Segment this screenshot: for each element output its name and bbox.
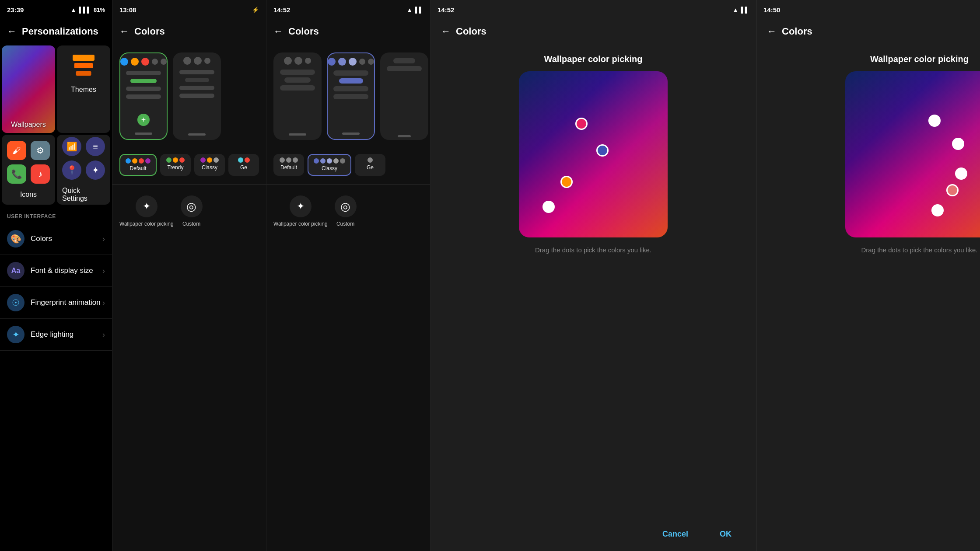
quick-settings-item[interactable]: 📶 ≡ 📍 ✦ Quick Settings bbox=[57, 135, 110, 205]
tg-red bbox=[245, 157, 250, 163]
phone-mock-p3-1[interactable] bbox=[273, 52, 322, 140]
tab-p3-ge[interactable]: Ge bbox=[355, 154, 385, 176]
icons-label: Icons bbox=[20, 191, 37, 199]
tab-dots-default bbox=[126, 158, 150, 164]
themes-item[interactable]: Themes bbox=[57, 45, 110, 133]
wallpaper-preview-2 bbox=[845, 71, 980, 237]
tab-p3-ge-label: Ge bbox=[367, 164, 374, 171]
tab-classy-label: Classy bbox=[202, 164, 217, 171]
back-button-p2[interactable]: ← bbox=[119, 26, 129, 37]
modal-wifi-1: ▲ bbox=[733, 7, 738, 13]
modal-back-1[interactable]: ← bbox=[441, 26, 451, 37]
dot-blue bbox=[120, 58, 128, 66]
custom-p3[interactable]: ◎ Custom bbox=[335, 195, 357, 227]
td-p3-ge bbox=[368, 157, 373, 163]
custom-icon: ◎ bbox=[181, 195, 203, 217]
phone-mock-2[interactable] bbox=[173, 52, 221, 140]
status-bar-p3: 14:52 ▲ ▌▌ bbox=[266, 0, 430, 19]
wallpaper-thumbnail bbox=[2, 45, 55, 133]
custom-opt[interactable]: ◎ Custom bbox=[181, 195, 203, 227]
color-pin-2-4[interactable] bbox=[946, 184, 959, 196]
phone-mock-p3-3[interactable] bbox=[380, 52, 428, 140]
tab-classy[interactable]: Classy bbox=[194, 154, 225, 176]
signal-p3: ▌▌ bbox=[415, 7, 423, 13]
wallpaper-color-opt[interactable]: ✦ Wallpaper color picking bbox=[119, 195, 174, 227]
tg-cyan bbox=[238, 157, 243, 163]
modal-actions-1: Cancel OK bbox=[430, 517, 756, 551]
back-button-p3[interactable]: ← bbox=[273, 26, 283, 37]
wp-color-label-p3: Wallpaper color picking bbox=[273, 221, 328, 227]
fab-button[interactable]: + bbox=[137, 114, 150, 126]
tab-dots-trendy bbox=[166, 157, 185, 163]
home-p3-2 bbox=[342, 133, 360, 135]
font-chevron: › bbox=[102, 266, 105, 276]
d-g2 bbox=[294, 57, 302, 65]
tab-trendy[interactable]: Trendy bbox=[160, 154, 191, 176]
status-bar-p1: 23:39 ▲ ▌▌▌ 81% bbox=[0, 0, 112, 19]
td-blue bbox=[126, 158, 131, 164]
cancel-button-1[interactable]: Cancel bbox=[655, 526, 695, 542]
menu-item-edge[interactable]: ✦ Edge lighting › bbox=[0, 319, 112, 351]
edge-icon: ✦ bbox=[7, 326, 24, 343]
tab-trendy-label: Trendy bbox=[168, 164, 184, 171]
theme-layer-3 bbox=[76, 71, 91, 76]
dot-gs bbox=[204, 58, 210, 64]
modal-header-1: ← Colors bbox=[430, 19, 756, 44]
tab-dots-ge bbox=[238, 157, 250, 163]
tc-orange bbox=[207, 157, 212, 163]
tab-default-label: Default bbox=[130, 165, 146, 171]
tab-p3-classy[interactable]: Classy bbox=[308, 154, 351, 176]
icons-item[interactable]: 🖌 ⚙ 📞 ♪ Icons bbox=[2, 135, 55, 205]
phone-mock-default[interactable]: + bbox=[119, 52, 168, 140]
settings-icon: ⚙ bbox=[31, 141, 50, 160]
bar-a bbox=[179, 70, 214, 74]
gb-b2 bbox=[339, 78, 363, 84]
menu-item-colors[interactable]: 🎨 Colors › bbox=[0, 223, 112, 255]
bar-b bbox=[185, 78, 209, 82]
menu-item-font[interactable]: Aa Font & display size › bbox=[0, 255, 112, 287]
music-icon: ♪ bbox=[31, 164, 50, 184]
color-pin-1-2[interactable] bbox=[596, 144, 609, 157]
colors-panel-3: 14:52 ▲ ▌▌ ← Colors bbox=[266, 0, 430, 551]
menu-item-fingerprint[interactable]: ☉ Fingerprint animation › bbox=[0, 287, 112, 319]
color-pin-2-5[interactable] bbox=[931, 204, 944, 216]
edge-label: Edge lighting bbox=[31, 330, 102, 339]
modal-signal-1: ▌▌ bbox=[741, 7, 749, 13]
ok-button-1[interactable]: OK bbox=[713, 526, 738, 542]
colors-panel-2: 13:08 ⚡ ← Colors + bbox=[112, 0, 266, 551]
tab-p3-default-label: Default bbox=[280, 164, 297, 171]
phone-preview-strip-p3 bbox=[266, 44, 430, 149]
gb1 bbox=[280, 70, 315, 75]
wallpaper-color-icon: ✦ bbox=[136, 195, 158, 217]
wallpapers-item[interactable]: Wallpapers bbox=[2, 45, 55, 133]
icons-grid: 🖌 ⚙ 📞 ♪ bbox=[7, 141, 50, 184]
dot-orange bbox=[131, 58, 139, 66]
status-icons-p3: ▲ ▌▌ bbox=[407, 7, 423, 13]
bar2 bbox=[126, 87, 161, 91]
modal-panel-1: 14:52 ▲ ▌▌ ← Colors Wallpaper color pick… bbox=[430, 0, 756, 551]
td-p3-default bbox=[280, 157, 298, 163]
back-button-p1[interactable]: ← bbox=[7, 26, 17, 37]
tab-p3-default[interactable]: Default bbox=[273, 154, 304, 176]
p2-header: ← Colors bbox=[112, 19, 266, 44]
bar-accent bbox=[130, 79, 157, 83]
tab-ge-label: Ge bbox=[240, 164, 247, 171]
edge-chevron: › bbox=[102, 330, 105, 339]
fingerprint-label: Fingerprint animation bbox=[31, 298, 102, 307]
phone-preview-strip-p2: + bbox=[112, 44, 266, 149]
phone-mock-p3-2[interactable] bbox=[327, 52, 375, 140]
d-g1 bbox=[284, 57, 292, 65]
modal-back-2[interactable]: ← bbox=[767, 26, 777, 37]
tc-purple bbox=[200, 157, 206, 163]
modal-section-title-2: Wallpaper color picking bbox=[870, 54, 969, 64]
gb-b1 bbox=[333, 70, 368, 76]
tab-p3-classy-label: Classy bbox=[322, 165, 337, 171]
themes-icon bbox=[68, 52, 99, 79]
color-pin-2-1[interactable] bbox=[928, 115, 941, 127]
tab-ge[interactable]: Ge bbox=[228, 154, 259, 176]
tab-default[interactable]: Default bbox=[119, 154, 157, 176]
extra-options-p3: ✦ Wallpaper color picking ◎ Custom bbox=[266, 188, 430, 234]
modal-status-icons-1: ▲ ▌▌ bbox=[733, 7, 749, 13]
wp-color-p3[interactable]: ✦ Wallpaper color picking bbox=[273, 195, 328, 227]
personalizations-panel: 23:39 ▲ ▌▌▌ 81% ← Personalizations Wallp… bbox=[0, 0, 112, 551]
